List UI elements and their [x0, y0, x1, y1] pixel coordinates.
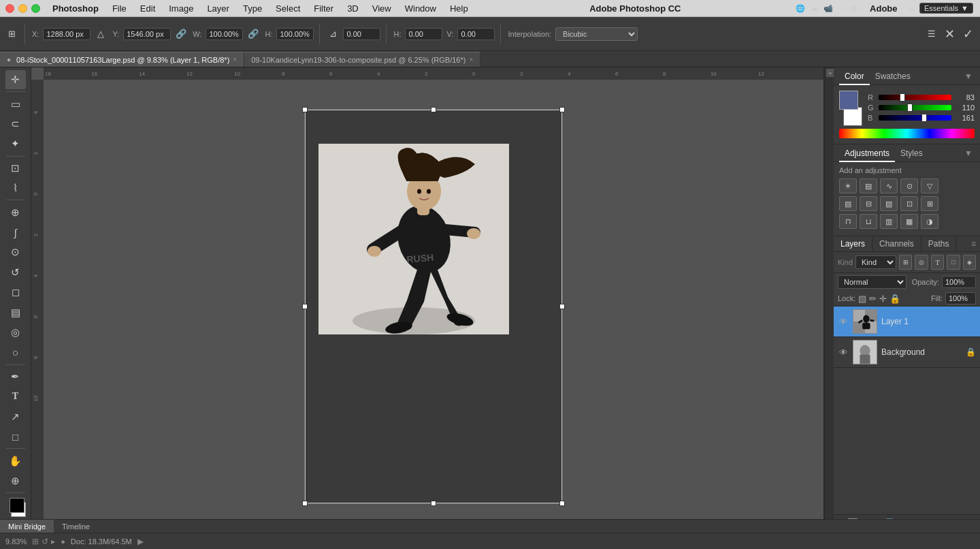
channels-tab[interactable]: Channels	[872, 236, 921, 251]
menu-3d[interactable]: 3D	[340, 0, 365, 17]
brightness-adj-btn[interactable]: ☀	[839, 178, 857, 193]
y-input[interactable]	[123, 28, 171, 40]
layer-item-layer1[interactable]: 👁	[834, 307, 980, 337]
status-icon-1[interactable]: ⊞	[32, 537, 39, 546]
lock-position-btn[interactable]: ✛	[879, 294, 887, 304]
zoom-tool[interactable]: ⊕	[5, 471, 26, 490]
menu-view[interactable]: View	[365, 0, 398, 17]
close-button[interactable]	[5, 4, 14, 13]
handle-mr[interactable]	[559, 304, 565, 309]
dodge-tool[interactable]: ○	[5, 343, 26, 362]
magic-wand-tool[interactable]: ✦	[5, 134, 26, 153]
blend-mode-select[interactable]: Normal Dissolve Multiply Screen Overlay	[838, 275, 906, 289]
tab-1[interactable]: ● 08-iStock_000011057163Large.psd @ 9.83…	[0, 52, 244, 67]
timeline-tab[interactable]: Timeline	[54, 520, 98, 533]
red-slider[interactable]	[879, 95, 951, 100]
crop-tool[interactable]: ⊡	[5, 159, 26, 178]
w-input[interactable]	[206, 28, 243, 40]
styles-tab[interactable]: Styles	[895, 144, 928, 162]
heal-tool[interactable]: ⊕	[5, 202, 26, 221]
adj-panel-expand[interactable]: ▼	[962, 148, 975, 158]
hand-tool[interactable]: ✋	[5, 451, 26, 470]
pen-tool[interactable]: ✒	[5, 367, 26, 386]
gradient-tool[interactable]: ▤	[5, 303, 26, 322]
x-input[interactable]	[43, 28, 91, 40]
status-icon-2[interactable]: ↺	[42, 537, 48, 546]
pixel-filter-btn[interactable]: ⊞	[899, 255, 912, 270]
minimize-button[interactable]	[18, 4, 27, 13]
transform-options-icon[interactable]: ☰	[924, 27, 939, 42]
workspace-selector[interactable]: Essentials ▼	[919, 3, 973, 14]
color-tab[interactable]: Color	[839, 67, 870, 85]
status-next-btn[interactable]: ▶	[137, 537, 144, 546]
layer-item-background[interactable]: 👁 Background 🔒	[834, 337, 980, 368]
confirm-transform-button[interactable]: ✓	[960, 27, 976, 42]
cancel-transform-button[interactable]: ✕	[942, 27, 958, 42]
tab-2[interactable]: 09-10KandiceLynn19-306-to-composite.psd …	[244, 52, 480, 67]
color-spectrum-bar[interactable]	[839, 129, 975, 138]
type-filter-btn[interactable]: T	[931, 255, 944, 270]
curves-adj-btn[interactable]: ∿	[880, 178, 898, 193]
canvas-area[interactable]: 18 16 14 12 10 8 6 4 2 0 2 4 6 8 10 12	[31, 67, 823, 533]
color-panel-expand[interactable]: ▼	[962, 72, 975, 81]
move-tool[interactable]: ✛	[5, 70, 26, 89]
status-icon-3[interactable]: ▸	[51, 537, 55, 546]
menu-filter[interactable]: Filter	[307, 0, 340, 17]
eraser-tool[interactable]: ◻	[5, 283, 26, 302]
blue-slider[interactable]	[879, 115, 951, 121]
photo-filter-adj-btn[interactable]: ⊡	[900, 196, 918, 211]
rotate-input[interactable]	[343, 28, 380, 40]
marquee-tool[interactable]: ▭	[5, 94, 26, 113]
selective-color-adj-btn[interactable]: ▦	[900, 214, 918, 229]
posterize-adj-btn[interactable]: ⊓	[839, 214, 857, 229]
smart-filter-btn[interactable]: ◈	[963, 255, 976, 270]
shape-tool[interactable]: □	[5, 427, 26, 446]
fill-input[interactable]	[945, 292, 976, 304]
invert-adj-btn[interactable]: ◑	[921, 214, 938, 229]
skew-h-input[interactable]	[405, 28, 442, 40]
foreground-swatch[interactable]	[839, 91, 858, 110]
handle-tr[interactable]	[559, 107, 565, 112]
threshold-adj-btn[interactable]: ⊔	[860, 214, 877, 229]
layers-panel-menu[interactable]: ≡	[967, 236, 980, 251]
swatches-tab[interactable]: Swatches	[870, 67, 916, 85]
path-select-tool[interactable]: ↗	[5, 407, 26, 426]
lock-all-btn[interactable]: 🔒	[889, 294, 900, 304]
maximize-button[interactable]	[31, 4, 40, 13]
blur-tool[interactable]: ◎	[5, 323, 26, 342]
handle-ml[interactable]	[302, 304, 308, 309]
menu-select[interactable]: Select	[269, 0, 307, 17]
hsl-adj-btn[interactable]: ▤	[839, 196, 857, 211]
clone-tool[interactable]: ⊙	[5, 242, 26, 262]
menu-edit[interactable]: Edit	[133, 0, 162, 17]
type-tool[interactable]: T	[5, 387, 26, 406]
link-icon[interactable]: 🔗	[174, 27, 189, 42]
channel-mixer-adj-btn[interactable]: ⊞	[921, 196, 938, 211]
brush-tool[interactable]: ∫	[5, 223, 26, 242]
background-visibility[interactable]: 👁	[838, 347, 849, 358]
document-canvas[interactable]: ✛	[304, 109, 563, 504]
green-slider[interactable]	[879, 105, 951, 110]
eyedropper-tool[interactable]: ⌇	[5, 178, 26, 198]
menu-type[interactable]: Type	[236, 0, 269, 17]
lock-pixels-btn[interactable]: ✏	[869, 294, 877, 304]
gradient-map-adj-btn[interactable]: ▥	[880, 214, 898, 229]
shape-filter-btn[interactable]: □	[947, 255, 960, 270]
menu-image[interactable]: Image	[162, 0, 200, 17]
h-input[interactable]	[276, 28, 314, 40]
mini-bridge-tab[interactable]: Mini Bridge	[0, 520, 54, 533]
adjustments-tab[interactable]: Adjustments	[839, 144, 895, 162]
photo-layer[interactable]: RUSH	[318, 144, 509, 334]
colorbal-adj-btn[interactable]: ⊟	[860, 196, 877, 211]
layers-tab[interactable]: Layers	[834, 236, 872, 251]
handle-tl[interactable]	[302, 107, 308, 112]
menu-window[interactable]: Window	[398, 0, 443, 17]
interpolation-select[interactable]: Bicubic Bilinear Nearest Neighbor	[555, 27, 638, 41]
menu-help[interactable]: Help	[443, 0, 475, 17]
background-swatch[interactable]	[843, 107, 862, 126]
menu-file[interactable]: File	[105, 0, 133, 17]
canvas-content[interactable]: ✛	[44, 80, 823, 533]
tab-1-close[interactable]: ×	[233, 56, 237, 63]
skew-v-input[interactable]	[457, 28, 495, 40]
menu-layer[interactable]: Layer	[200, 0, 236, 17]
